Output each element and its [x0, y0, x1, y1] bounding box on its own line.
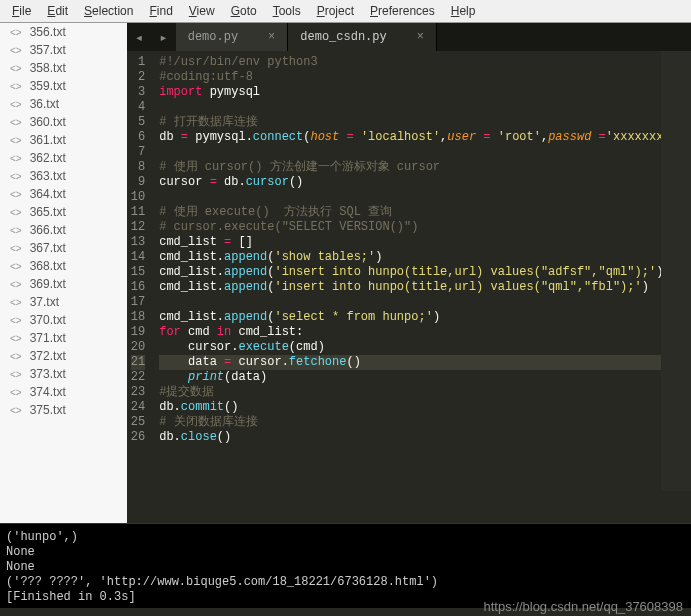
file-item[interactable]: <>369.txt	[0, 275, 127, 293]
file-name: 373.txt	[30, 367, 66, 381]
file-item[interactable]: <>360.txt	[0, 113, 127, 131]
file-item[interactable]: <>372.txt	[0, 347, 127, 365]
menu-view[interactable]: View	[181, 2, 223, 20]
console-output: ('hunpo',) None None ('??? ????', 'http:…	[0, 523, 691, 608]
menu-preferences[interactable]: Preferences	[362, 2, 443, 20]
file-name: 36.txt	[30, 97, 59, 111]
file-name: 368.txt	[30, 259, 66, 273]
file-icon: <>	[10, 243, 22, 254]
file-name: 356.txt	[30, 25, 66, 39]
file-name: 362.txt	[30, 151, 66, 165]
file-icon: <>	[10, 369, 22, 380]
file-item[interactable]: <>357.txt	[0, 41, 127, 59]
tab-demo-py[interactable]: demo.py ×	[176, 23, 289, 51]
file-icon: <>	[10, 225, 22, 236]
file-icon: <>	[10, 27, 22, 38]
tab-demo-csdn-py[interactable]: demo_csdn.py ×	[288, 23, 437, 51]
menu-help[interactable]: Help	[443, 2, 484, 20]
file-item[interactable]: <>374.txt	[0, 383, 127, 401]
file-name: 364.txt	[30, 187, 66, 201]
file-name: 374.txt	[30, 385, 66, 399]
file-item[interactable]: <>364.txt	[0, 185, 127, 203]
file-item[interactable]: <>361.txt	[0, 131, 127, 149]
file-item[interactable]: <>371.txt	[0, 329, 127, 347]
nav-back-icon[interactable]: ◂	[127, 29, 151, 46]
file-item[interactable]: <>36.txt	[0, 95, 127, 113]
file-icon: <>	[10, 135, 22, 146]
menu-goto[interactable]: Goto	[223, 2, 265, 20]
menubar: FileEditSelectionFindViewGotoToolsProjec…	[0, 0, 691, 23]
file-name: 375.txt	[30, 403, 66, 417]
tab-label: demo_csdn.py	[300, 30, 386, 44]
file-item[interactable]: <>356.txt	[0, 23, 127, 41]
file-icon: <>	[10, 297, 22, 308]
file-item[interactable]: <>373.txt	[0, 365, 127, 383]
file-icon: <>	[10, 405, 22, 416]
menu-edit[interactable]: Edit	[39, 2, 76, 20]
file-item[interactable]: <>370.txt	[0, 311, 127, 329]
menu-find[interactable]: Find	[141, 2, 180, 20]
file-name: 366.txt	[30, 223, 66, 237]
line-gutter: 1234567891011121314151617181920212223242…	[127, 51, 153, 523]
menu-tools[interactable]: Tools	[265, 2, 309, 20]
sidebar-file-list[interactable]: <>356.txt<>357.txt<>358.txt<>359.txt<>36…	[0, 23, 127, 523]
file-item[interactable]: <>368.txt	[0, 257, 127, 275]
file-icon: <>	[10, 153, 22, 164]
file-icon: <>	[10, 63, 22, 74]
file-item[interactable]: <>365.txt	[0, 203, 127, 221]
code-content[interactable]: #!/usr/bin/env python3#coding:utf-8impor…	[153, 51, 691, 523]
file-name: 365.txt	[30, 205, 66, 219]
editor-pane: ◂ ▸ demo.py × demo_csdn.py × 12345678910…	[127, 23, 691, 523]
file-name: 359.txt	[30, 79, 66, 93]
file-item[interactable]: <>367.txt	[0, 239, 127, 257]
tab-label: demo.py	[188, 30, 238, 44]
file-item[interactable]: <>375.txt	[0, 401, 127, 419]
code-area[interactable]: 1234567891011121314151617181920212223242…	[127, 51, 691, 523]
file-item[interactable]: <>37.txt	[0, 293, 127, 311]
file-name: 369.txt	[30, 277, 66, 291]
file-name: 360.txt	[30, 115, 66, 129]
file-icon: <>	[10, 99, 22, 110]
watermark: https://blog.csdn.net/qq_37608398	[484, 599, 684, 614]
file-item[interactable]: <>359.txt	[0, 77, 127, 95]
tab-bar: ◂ ▸ demo.py × demo_csdn.py ×	[127, 23, 691, 51]
file-icon: <>	[10, 387, 22, 398]
file-icon: <>	[10, 207, 22, 218]
file-item[interactable]: <>366.txt	[0, 221, 127, 239]
file-icon: <>	[10, 45, 22, 56]
file-name: 358.txt	[30, 61, 66, 75]
nav-forward-icon[interactable]: ▸	[151, 29, 175, 46]
file-name: 37.txt	[30, 295, 59, 309]
file-name: 367.txt	[30, 241, 66, 255]
file-item[interactable]: <>358.txt	[0, 59, 127, 77]
file-name: 371.txt	[30, 331, 66, 345]
menu-selection[interactable]: Selection	[76, 2, 141, 20]
minimap[interactable]	[661, 51, 691, 491]
menu-project[interactable]: Project	[309, 2, 362, 20]
file-icon: <>	[10, 333, 22, 344]
file-icon: <>	[10, 171, 22, 182]
close-icon[interactable]: ×	[417, 30, 424, 44]
file-name: 372.txt	[30, 349, 66, 363]
file-icon: <>	[10, 315, 22, 326]
file-name: 361.txt	[30, 133, 66, 147]
main-area: <>356.txt<>357.txt<>358.txt<>359.txt<>36…	[0, 23, 691, 523]
file-item[interactable]: <>362.txt	[0, 149, 127, 167]
file-name: 363.txt	[30, 169, 66, 183]
file-icon: <>	[10, 261, 22, 272]
menu-file[interactable]: File	[4, 2, 39, 20]
file-icon: <>	[10, 189, 22, 200]
file-item[interactable]: <>363.txt	[0, 167, 127, 185]
close-icon[interactable]: ×	[268, 30, 275, 44]
file-name: 370.txt	[30, 313, 66, 327]
file-icon: <>	[10, 81, 22, 92]
file-icon: <>	[10, 117, 22, 128]
file-name: 357.txt	[30, 43, 66, 57]
file-icon: <>	[10, 279, 22, 290]
file-icon: <>	[10, 351, 22, 362]
